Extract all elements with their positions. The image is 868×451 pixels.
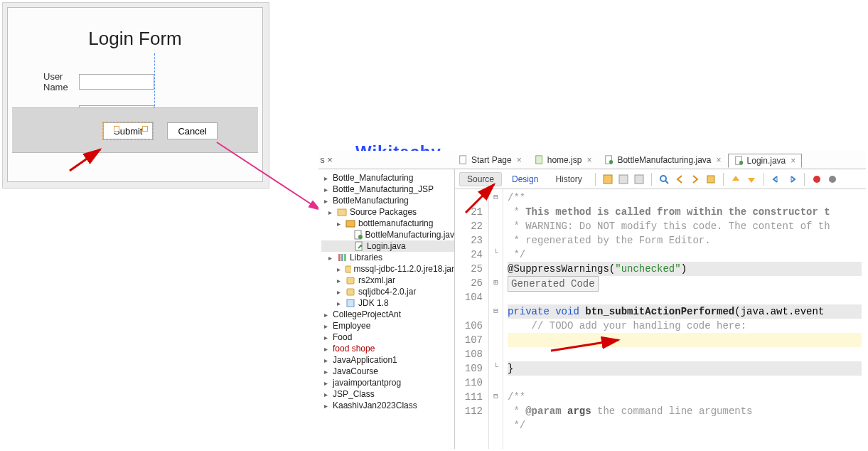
- button-panel: Submit Cancel: [12, 107, 258, 153]
- toolbar-nav-fwd-icon[interactable]: [689, 173, 702, 186]
- design-view-tab[interactable]: Design: [505, 173, 545, 186]
- toolbar-nav-back-icon[interactable]: [673, 173, 686, 186]
- toolbar-shift-left-icon[interactable]: [770, 173, 783, 186]
- toolbar-icon-2[interactable]: [617, 173, 630, 186]
- project-node[interactable]: ▸mssql-jdbc-11.2.0.jre18.jar: [321, 263, 454, 275]
- svg-rect-13: [338, 254, 341, 261]
- svg-rect-8: [338, 209, 346, 216]
- project-node[interactable]: ▸rs2xml.jar: [321, 275, 454, 286]
- project-node[interactable]: ▸Bottle_Manufacturing: [321, 172, 454, 184]
- toolbar-shift-right-icon[interactable]: [786, 173, 798, 186]
- tab-bottle-label: BottleManufacturing.java: [617, 155, 711, 165]
- tab-login-java[interactable]: Login.java×: [728, 154, 803, 168]
- project-node[interactable]: ▸JavaApplication1: [321, 354, 454, 366]
- login-form: Login Form User Name Password Submit Can…: [7, 7, 263, 182]
- tabs-close-stub[interactable]: s ×: [320, 154, 333, 165]
- login-title: Login Form: [8, 28, 262, 50]
- line-gutter: 212223242526104106107108109110111112: [455, 189, 489, 449]
- svg-rect-21: [619, 175, 628, 184]
- code-editor[interactable]: 212223242526104106107108109110111112 ⊟└⊞…: [455, 189, 866, 449]
- tab-home-jsp-label: home.jsp: [547, 155, 582, 165]
- svg-rect-22: [635, 175, 643, 184]
- svg-rect-16: [345, 266, 351, 272]
- svg-rect-25: [707, 176, 714, 183]
- project-node[interactable]: Login.java: [321, 240, 454, 252]
- source-view-tab[interactable]: Source: [459, 172, 502, 186]
- username-input[interactable]: [79, 74, 154, 90]
- toolbar-icon-1[interactable]: [601, 173, 614, 186]
- project-node[interactable]: ▸JSP_Class: [321, 388, 454, 400]
- tab-home-jsp[interactable]: home.jsp×: [528, 153, 599, 166]
- toolbar-stop-icon[interactable]: [826, 173, 839, 186]
- svg-rect-18: [347, 289, 354, 295]
- java-form-icon: [734, 156, 744, 166]
- submit-button[interactable]: Submit: [103, 122, 153, 139]
- project-node[interactable]: ▸JDK 1.8: [321, 297, 454, 309]
- username-label: User Name: [8, 71, 79, 92]
- toolbar-bookmark-icon[interactable]: [704, 173, 717, 186]
- svg-rect-3: [535, 156, 542, 164]
- toolbar-down-icon[interactable]: [745, 173, 758, 186]
- svg-rect-15: [344, 254, 346, 261]
- editor-area: Source Design History: [455, 169, 866, 449]
- svg-rect-2: [460, 156, 466, 164]
- tab-start-page-label: Start Page: [471, 155, 512, 165]
- tab-bottle-java[interactable]: BottleManufacturing.java×: [598, 153, 727, 166]
- tab-login-label: Login.java: [747, 156, 786, 166]
- toolbar-up-icon[interactable]: [729, 173, 742, 186]
- project-node[interactable]: ▸Libraries: [321, 252, 454, 263]
- editor-toolbar: Source Design History: [455, 169, 866, 189]
- project-node[interactable]: ▸CollegeProjectAnt: [321, 309, 454, 320]
- project-node[interactable]: ▸Employee: [321, 320, 454, 331]
- projects-panel[interactable]: ▸Bottle_Manufacturing▸Bottle_Manufacturi…: [318, 169, 455, 449]
- project-node[interactable]: ▸Bottle_Manufacturing_JSP: [321, 184, 454, 195]
- login-designer-panel: Login Form User Name Password Submit Can…: [2, 2, 269, 189]
- svg-point-23: [660, 176, 666, 181]
- project-node[interactable]: ▸Source Packages: [321, 206, 454, 218]
- fold-gutter[interactable]: ⊟└⊞⊟└⊟: [489, 189, 503, 449]
- code-content[interactable]: /** * This method is called from within …: [503, 189, 866, 449]
- svg-rect-17: [347, 277, 354, 284]
- svg-rect-14: [341, 254, 343, 261]
- project-node[interactable]: ▸Food: [321, 331, 454, 343]
- page-icon: [459, 155, 468, 165]
- editor-tabs-row: s × Start Page× home.jsp× BottleManufact…: [318, 151, 866, 169]
- svg-rect-19: [347, 299, 354, 307]
- project-node[interactable]: ▸javaimportantprog: [321, 377, 454, 388]
- tab-start-page[interactable]: Start Page×: [452, 153, 528, 166]
- project-node[interactable]: ▸food shope: [321, 343, 454, 354]
- project-node[interactable]: ▸JavaCourse: [321, 366, 454, 377]
- cancel-button[interactable]: Cancel: [167, 122, 217, 139]
- toolbar-record-icon[interactable]: [810, 173, 823, 186]
- svg-rect-9: [346, 221, 355, 227]
- svg-point-5: [609, 160, 613, 164]
- project-node[interactable]: BottleManufacturing.jav: [321, 229, 454, 240]
- java-class-icon: [604, 155, 614, 165]
- jsp-icon: [535, 155, 545, 165]
- svg-point-7: [739, 161, 743, 164]
- toolbar-find-icon[interactable]: [658, 173, 670, 186]
- toolbar-icon-3[interactable]: [633, 173, 645, 186]
- history-view-tab[interactable]: History: [548, 173, 589, 186]
- project-node[interactable]: ▸sqljdbc4-2.0.jar: [321, 286, 454, 297]
- project-node[interactable]: ▸KaashivJan2023Class: [321, 400, 454, 411]
- project-node[interactable]: ▸BottleManufacturing: [321, 195, 454, 206]
- project-node[interactable]: ▸bottlemanufacturing: [321, 218, 454, 229]
- svg-line-24: [665, 181, 668, 184]
- svg-rect-20: [604, 175, 612, 184]
- ide-window: s × Start Page× home.jsp× BottleManufact…: [318, 151, 866, 449]
